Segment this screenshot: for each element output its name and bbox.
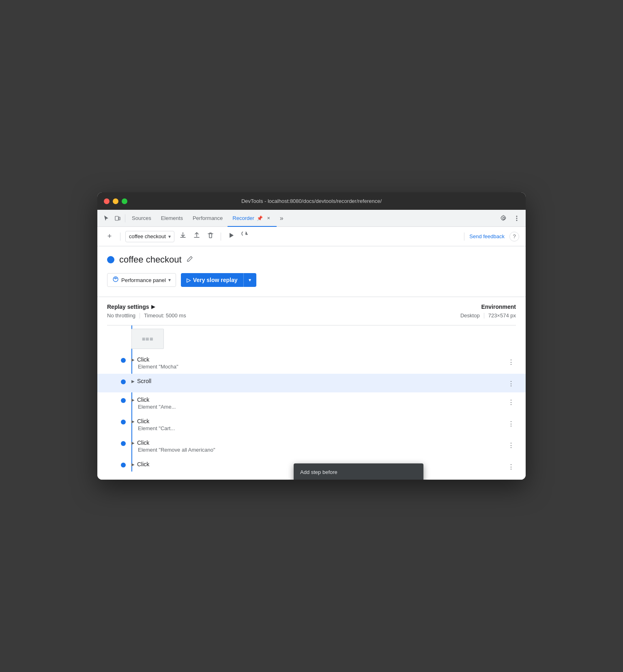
step-dot-wrapper-3 xyxy=(107,396,131,403)
tabs-overflow-btn[interactable]: » xyxy=(277,215,287,222)
device-icon[interactable] xyxy=(112,213,123,224)
step-title-3[interactable]: ▶ Click xyxy=(131,396,503,403)
step-menu-button-6[interactable]: ⋮ xyxy=(506,462,516,472)
toolbar-divider-1 xyxy=(120,233,120,241)
svg-rect-0 xyxy=(115,216,118,220)
export-recording-icon[interactable] xyxy=(178,231,188,242)
minimize-button[interactable] xyxy=(113,198,118,204)
record-again-icon[interactable] xyxy=(240,231,250,242)
replay-button-group: ▷ Very slow replay ▾ xyxy=(181,273,256,287)
step-menu-button-3[interactable]: ⋮ xyxy=(506,397,516,407)
performance-panel-button[interactable]: Performance panel ▾ xyxy=(107,273,176,287)
step-menu-button-5[interactable]: ⋮ xyxy=(506,440,516,450)
toolbar-divider-2 xyxy=(221,233,221,241)
devtools-tabbar: Sources Elements Performance Recorder 📌 … xyxy=(97,210,526,227)
menu-item-add-step-after[interactable]: Add step after xyxy=(294,478,423,480)
replay-recording-icon[interactable] xyxy=(226,231,236,242)
help-button[interactable]: ? xyxy=(509,232,519,241)
step-item-click-ame: ▶ Click Element "Ame... ⋮ xyxy=(107,392,516,414)
add-recording-button[interactable]: + xyxy=(104,231,115,242)
step-item-click-mocha: ▶ Click Element "Mocha" ⋮ xyxy=(107,352,516,374)
step-dot-6 xyxy=(121,463,126,467)
send-feedback-link[interactable]: Send feedback xyxy=(469,233,505,239)
tab-performance[interactable]: Performance xyxy=(188,210,228,227)
step-expand-icon-4: ▶ xyxy=(131,419,135,424)
svg-point-3 xyxy=(516,218,518,219)
svg-marker-5 xyxy=(230,233,234,238)
step-dot-wrapper-2 xyxy=(107,378,131,384)
steps-container: ▦▦▦ ▶ Click Element "Mocha" ⋮ xyxy=(107,325,516,472)
thumbnail-spacer xyxy=(107,329,131,349)
delete-recording-icon[interactable] xyxy=(205,231,216,242)
resolution-value: 723×574 px xyxy=(488,312,516,319)
settings-left: Replay settings ▶ No throttling Timeout:… xyxy=(107,304,312,319)
settings-icon[interactable] xyxy=(498,213,509,224)
step-main-4: ▶ Click Element "Cart... xyxy=(131,418,503,431)
step-title-2[interactable]: ▶ Scroll xyxy=(131,378,503,384)
step-actions-2: ⋮ xyxy=(506,378,516,388)
step-main-2: ▶ Scroll xyxy=(131,378,503,384)
toolbar-right: Send feedback ? xyxy=(464,232,519,241)
step-expand-icon-3: ▶ xyxy=(131,398,135,402)
replay-controls: Performance panel ▾ ▷ Very slow replay ▾ xyxy=(107,273,516,287)
step-actions-5: ⋮ xyxy=(506,439,516,450)
tab-close-icon[interactable]: ✕ xyxy=(265,215,272,222)
toolbar-actions xyxy=(178,231,216,242)
maximize-button[interactable] xyxy=(122,198,127,204)
replay-dropdown-button[interactable]: ▾ xyxy=(243,273,256,287)
step-menu-button-4[interactable]: ⋮ xyxy=(506,419,516,429)
recorder-toolbar: + coffee checkout ▾ xyxy=(97,227,526,246)
step-dot-4 xyxy=(121,420,126,424)
step-dot-1 xyxy=(121,358,126,363)
traffic-lights xyxy=(104,198,127,204)
close-button[interactable] xyxy=(104,198,110,204)
recording-selector[interactable]: coffee checkout ▾ xyxy=(125,231,174,242)
env-value-divider xyxy=(484,313,484,319)
menu-item-add-step-before[interactable]: Add step before xyxy=(294,466,423,478)
step-expand-icon-6: ▶ xyxy=(131,462,135,467)
settings-value-divider xyxy=(140,313,140,319)
tab-divider-1 xyxy=(125,214,125,222)
step-expand-icon-1: ▶ xyxy=(131,358,135,362)
step-main-1: ▶ Click Element "Mocha" xyxy=(131,356,503,370)
settings-expand-icon[interactable]: ▶ xyxy=(151,304,155,310)
settings-section: Replay settings ▶ No throttling Timeout:… xyxy=(107,297,516,325)
step-title-4[interactable]: ▶ Click xyxy=(131,418,503,424)
recording-title: coffee checkout xyxy=(119,254,182,265)
step-menu-button-1[interactable]: ⋮ xyxy=(506,357,516,367)
step-dot-5 xyxy=(121,441,126,446)
environment-label: Environment xyxy=(312,304,516,310)
dropdown-chevron-icon: ▾ xyxy=(168,234,171,239)
tabs-right xyxy=(498,213,522,224)
throttling-value: No throttling xyxy=(107,312,135,319)
step-menu-button-2[interactable]: ⋮ xyxy=(506,379,516,388)
step-expand-icon-2: ▶ xyxy=(131,379,135,383)
cursor-icon[interactable] xyxy=(101,213,112,224)
replay-settings-label: Replay settings ▶ xyxy=(107,304,312,310)
step-expand-icon-5: ▶ xyxy=(131,441,135,445)
titlebar: DevTools - localhost:8080/docs/devtools/… xyxy=(97,192,526,210)
step-dot-wrapper-4 xyxy=(107,418,131,424)
step-title-5[interactable]: ▶ Click xyxy=(131,439,503,446)
step-item-scroll: ▶ Scroll ⋮ xyxy=(97,374,526,392)
import-recording-icon[interactable] xyxy=(191,231,202,242)
step-actions-3: ⋮ xyxy=(506,396,516,407)
step-thumbnail: ▦▦▦ xyxy=(131,329,164,349)
replay-main-button[interactable]: ▷ Very slow replay xyxy=(181,273,243,287)
step-actions-6: ⋮ xyxy=(506,461,516,472)
svg-point-4 xyxy=(516,220,518,221)
step-subtitle-5: Element "Remove all Americano" xyxy=(131,447,503,453)
more-options-icon[interactable] xyxy=(511,213,522,224)
context-menu: Add step before Add step after Remove st… xyxy=(294,463,423,480)
env-values: Desktop 723×574 px xyxy=(312,312,516,319)
edit-title-icon[interactable] xyxy=(187,256,193,264)
step-dot-2 xyxy=(121,379,126,384)
tab-elements[interactable]: Elements xyxy=(156,210,188,227)
step-title-1[interactable]: ▶ Click xyxy=(131,356,503,363)
performance-panel-icon xyxy=(112,276,119,284)
tab-sources[interactable]: Sources xyxy=(127,210,156,227)
svg-rect-1 xyxy=(119,217,120,220)
toolbar-divider-3 xyxy=(464,233,464,241)
tab-recorder[interactable]: Recorder 📌 ✕ xyxy=(228,210,276,227)
recording-header: coffee checkout xyxy=(107,254,516,265)
